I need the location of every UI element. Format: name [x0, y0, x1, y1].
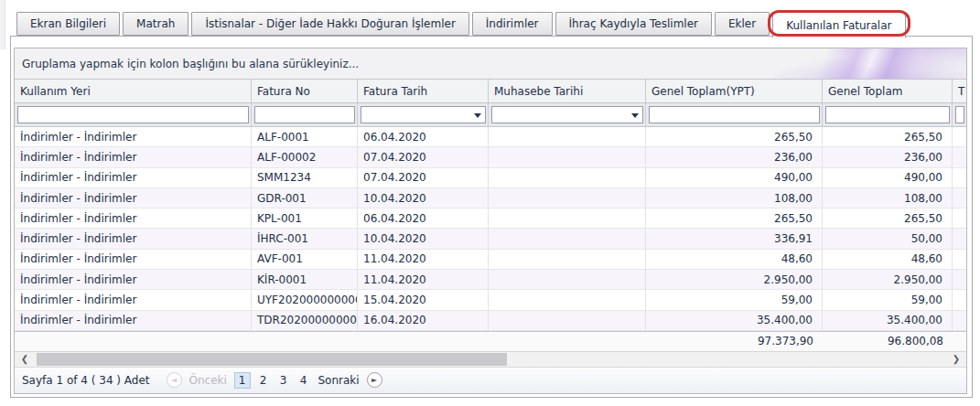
pager-info: Sayfa 1 of 4 ( 34 ) Adet	[22, 374, 150, 387]
cell: GDR-001	[252, 188, 358, 208]
cell: SMM1234	[252, 168, 358, 187]
table-row[interactable]: İndirimler - İndirimlerALF-000106.04.202…	[15, 127, 966, 147]
filter-cell-3	[358, 103, 489, 126]
tab-label: İstisnalar - Diğer İade Hakkı Doğuran İş…	[205, 17, 455, 30]
cell	[489, 147, 646, 166]
table-row[interactable]: İndirimler - İndirimlerUYF20200000000021…	[15, 290, 966, 310]
tab-4[interactable]: İndirimler	[472, 12, 553, 36]
tab-5[interactable]: İhraç Kaydıyla Teslimler	[555, 12, 712, 36]
tab-7[interactable]: Kullanılan Faturalar	[772, 12, 905, 38]
cell: İndirimler - İndirimler	[15, 208, 252, 228]
cell: İndirimler - İndirimler	[15, 168, 252, 187]
cell	[953, 311, 966, 330]
column-header-5[interactable]: Genel Toplam(YPT)	[646, 80, 823, 102]
cell: 236,00	[823, 147, 953, 166]
cell: İndirimler - İndirimler	[15, 127, 252, 146]
next-page-icon[interactable]: ►	[367, 372, 382, 388]
tab-1[interactable]: Ekran Bilgileri	[16, 12, 120, 36]
cell: 236,00	[646, 147, 823, 166]
table-row[interactable]: İndirimler - İndirimlerİHRC-00110.04.202…	[15, 229, 966, 249]
cell: 490,00	[823, 168, 953, 187]
cell: İHRC-001	[252, 229, 358, 248]
cell	[953, 168, 966, 187]
parent-container-edge	[0, 0, 5, 49]
chevron-down-icon	[474, 113, 481, 118]
page-number-3[interactable]: 3	[276, 373, 291, 388]
cell: İndirimler - İndirimler	[15, 270, 252, 289]
page-number-4[interactable]: 4	[296, 373, 311, 388]
horizontal-scrollbar[interactable]: ❮ ❯	[15, 352, 966, 368]
cell	[489, 188, 646, 208]
column-header-label: Kullanım Yeri	[20, 85, 91, 98]
page-number-2[interactable]: 2	[256, 373, 271, 388]
tab-label: Kullanılan Faturalar	[786, 19, 891, 32]
table-row[interactable]: İndirimler - İndirimlerALF-0000207.04.20…	[15, 147, 966, 167]
filter-cell-2	[252, 103, 358, 126]
prev-page-icon[interactable]: ◄	[167, 372, 182, 388]
cell: 265,50	[646, 208, 823, 228]
filter-input[interactable]	[254, 106, 355, 123]
decorative-swirl	[774, 48, 966, 79]
table-row[interactable]: İndirimler - İndirimlerAVF-00111.04.2020…	[15, 250, 966, 270]
column-header-4[interactable]: Muhasebe Tarihi	[489, 80, 646, 102]
summary-cell	[358, 332, 489, 351]
scroll-right-icon[interactable]: ❯	[948, 352, 964, 367]
cell: 2.950,00	[646, 270, 823, 289]
filter-cell-5	[646, 103, 823, 126]
cell: TDR202000000000	[252, 311, 358, 330]
column-header-6[interactable]: Genel Toplam	[823, 80, 953, 102]
tab-6[interactable]: Ekler	[715, 12, 770, 36]
cell	[953, 188, 966, 208]
cell	[953, 229, 966, 248]
table-row[interactable]: İndirimler - İndirimlerKİR-000111.04.202…	[15, 270, 966, 290]
cell: KİR-0001	[252, 270, 358, 289]
table-row[interactable]: İndirimler - İndirimlerGDR-00110.04.2020…	[15, 188, 966, 208]
cell: 07.04.2020	[358, 147, 489, 166]
cell: 108,00	[646, 188, 823, 208]
filter-input[interactable]	[17, 106, 249, 123]
table-row[interactable]: İndirimler - İndirimlerKPL-00106.04.2020…	[15, 208, 966, 229]
cell	[489, 168, 646, 187]
filter-date-combo[interactable]	[361, 106, 486, 123]
tab-3[interactable]: İstisnalar - Diğer İade Hakkı Doğuran İş…	[191, 12, 468, 36]
cell: ALF-00002	[252, 147, 358, 166]
next-page-button[interactable]: Sonraki	[318, 374, 360, 387]
group-by-panel[interactable]: Gruplama yapmak için kolon başlığını bu …	[15, 48, 966, 80]
filter-input[interactable]	[825, 106, 950, 123]
cell: 06.04.2020	[358, 208, 489, 228]
cell	[953, 147, 966, 166]
cell	[489, 270, 646, 289]
cell: İndirimler - İndirimler	[15, 250, 252, 269]
screen: Ekran BilgileriMatrahİstisnalar - Diğer …	[0, 0, 980, 406]
prev-page-button[interactable]: Önceki	[189, 374, 227, 387]
page-number-1[interactable]: 1	[234, 372, 251, 389]
column-header-1[interactable]: Kullanım Yeri	[15, 80, 252, 102]
column-header-7[interactable]: T	[953, 80, 966, 102]
scrollbar-thumb[interactable]	[37, 353, 507, 366]
summary-row: 97.373,9096.800,08	[15, 331, 966, 352]
page-numbers: 1234	[234, 372, 311, 389]
cell	[953, 250, 966, 269]
pager: Sayfa 1 of 4 ( 34 ) Adet ◄ Önceki 1234 S…	[15, 368, 966, 393]
tab-label: Ekran Bilgileri	[30, 17, 106, 30]
cell: KPL-001	[252, 208, 358, 228]
summary-cell	[489, 332, 646, 351]
table-row[interactable]: İndirimler - İndirimlerTDR20200000000016…	[15, 311, 966, 331]
column-header-row: Kullanım YeriFatura NoFatura TarihMuhase…	[15, 80, 966, 103]
cell: 108,00	[823, 188, 953, 208]
filter-date-combo[interactable]	[491, 106, 643, 123]
column-header-3[interactable]: Fatura Tarih	[358, 80, 489, 102]
cell: 59,00	[823, 290, 953, 309]
cell	[489, 127, 646, 146]
column-header-2[interactable]: Fatura No	[252, 80, 358, 102]
column-header-label: Genel Toplam	[828, 85, 902, 98]
filter-input[interactable]	[955, 106, 964, 123]
group-by-hint: Gruplama yapmak için kolon başlığını bu …	[22, 58, 359, 70]
cell	[953, 127, 966, 146]
tab-2[interactable]: Matrah	[123, 12, 188, 36]
filter-cell-1	[15, 103, 252, 126]
cell	[953, 208, 966, 228]
table-row[interactable]: İndirimler - İndirimlerSMM123407.04.2020…	[15, 168, 966, 188]
scroll-left-icon[interactable]: ❮	[16, 352, 33, 367]
filter-input[interactable]	[649, 106, 820, 123]
